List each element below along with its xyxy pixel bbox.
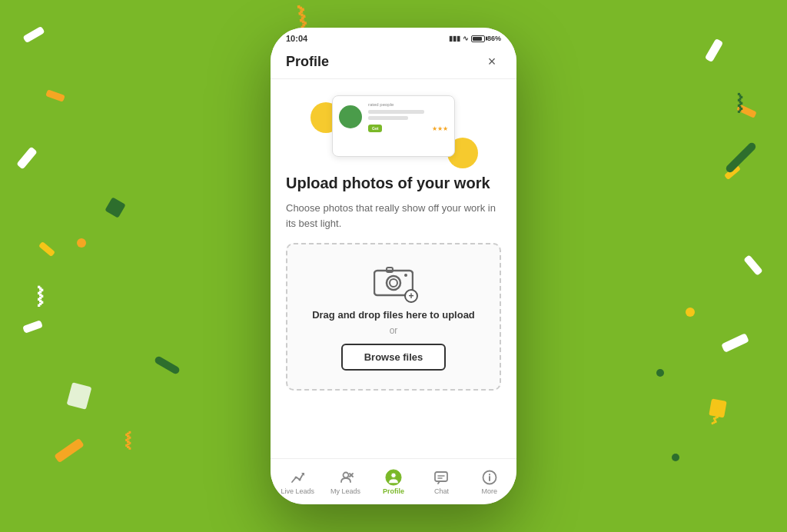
my-leads-icon <box>337 469 354 486</box>
profile-cta-button: Get <box>368 125 382 132</box>
chat-icon <box>433 469 450 486</box>
confetti-piece <box>672 454 679 461</box>
bottom-navigation: Live Leads My Leads <box>271 458 516 504</box>
nav-item-live-leads[interactable]: Live Leads <box>274 469 321 495</box>
battery-icon <box>471 35 485 42</box>
profile-icon <box>385 469 402 486</box>
confetti-piece <box>77 238 86 248</box>
profile-card-bottom: Get ★★★ <box>368 125 448 132</box>
phone-frame: 10:04 ▮▮▮ ∿ 86% Profile × <box>271 28 516 504</box>
confetti-piece <box>22 320 43 334</box>
nav-label-more: More <box>482 487 498 495</box>
confetti-curly: ⧘ <box>709 407 725 429</box>
signal-icon: ▮▮▮ <box>449 35 460 42</box>
status-time: 10:04 <box>286 34 307 43</box>
screen-content: rated people Get ★★★ <box>271 79 516 483</box>
confetti-piece <box>105 197 125 218</box>
camera-icon-container: + <box>374 263 413 300</box>
avatar <box>339 105 362 128</box>
browse-files-button[interactable]: Browse files <box>341 344 447 371</box>
profile-line <box>368 116 408 120</box>
close-button[interactable]: × <box>483 52 501 71</box>
confetti-piece <box>743 254 763 276</box>
confetti-piece <box>709 398 727 417</box>
profile-lines <box>368 110 448 120</box>
profile-card-preview: rated people Get ★★★ <box>332 95 455 157</box>
brand-label: rated people <box>368 102 448 107</box>
svg-point-1 <box>387 276 400 290</box>
confetti-piece <box>705 38 724 62</box>
confetti-piece <box>67 382 92 410</box>
profile-card-info: rated people Get ★★★ <box>368 102 448 150</box>
status-bar: 10:04 ▮▮▮ ∿ 86% <box>271 28 516 46</box>
star-rating: ★★★ <box>432 125 448 132</box>
nav-label-profile: Profile <box>383 487 404 495</box>
file-drop-zone[interactable]: + Drag and drop files here to upload or … <box>286 243 501 391</box>
nav-label-my-leads: My Leads <box>330 487 360 495</box>
confetti-curly: ⧘ <box>35 284 47 309</box>
confetti-ribbon <box>725 141 757 174</box>
screen-header: Profile × <box>271 46 516 79</box>
profile-line <box>368 110 424 114</box>
battery-percent: 86% <box>487 35 501 42</box>
or-separator: or <box>300 325 487 336</box>
confetti-piece <box>656 369 664 377</box>
svg-point-11 <box>343 472 348 477</box>
profile-preview-section: rated people Get ★★★ <box>286 91 501 161</box>
confetti-ribbon <box>154 355 181 375</box>
phone-screen: 10:04 ▮▮▮ ∿ 86% Profile × <box>271 28 516 504</box>
confetti-piece <box>16 146 38 169</box>
confetti-piece <box>38 241 55 257</box>
nav-label-live-leads: Live Leads <box>281 487 314 495</box>
nav-item-profile[interactable]: Profile <box>370 469 417 495</box>
svg-point-13 <box>391 473 396 477</box>
confetti-piece <box>686 308 695 317</box>
confetti-piece <box>721 333 749 353</box>
nav-label-chat: Chat <box>434 487 449 495</box>
drag-drop-text: Drag and drop files here to upload <box>300 309 487 321</box>
live-leads-icon <box>289 469 306 486</box>
confetti-curly: ⧙ <box>733 92 745 115</box>
confetti-piece <box>22 26 45 44</box>
more-icon <box>481 469 498 486</box>
page-title: Profile <box>286 54 329 70</box>
plus-icon: + <box>404 289 418 303</box>
nav-item-chat[interactable]: Chat <box>417 469 465 495</box>
svg-point-2 <box>390 279 397 287</box>
status-icons: ▮▮▮ ∿ 86% <box>449 35 501 42</box>
confetti-piece <box>54 438 85 464</box>
svg-point-4 <box>404 274 407 277</box>
nav-item-more[interactable]: More <box>466 469 513 495</box>
wifi-icon: ∿ <box>463 35 469 42</box>
confetti-curly: ⧙ <box>123 431 134 452</box>
svg-rect-14 <box>435 472 447 481</box>
confetti-piece <box>724 165 741 180</box>
phone-mockup: 10:04 ▮▮▮ ∿ 86% Profile × <box>271 28 516 504</box>
confetti-piece <box>736 104 756 118</box>
nav-item-my-leads[interactable]: My Leads <box>321 469 369 495</box>
svg-line-9 <box>300 474 303 480</box>
upload-title: Upload photos of your work <box>286 173 501 193</box>
confetti-piece <box>45 89 65 102</box>
upload-subtitle: Choose photos that really show off your … <box>286 201 501 231</box>
